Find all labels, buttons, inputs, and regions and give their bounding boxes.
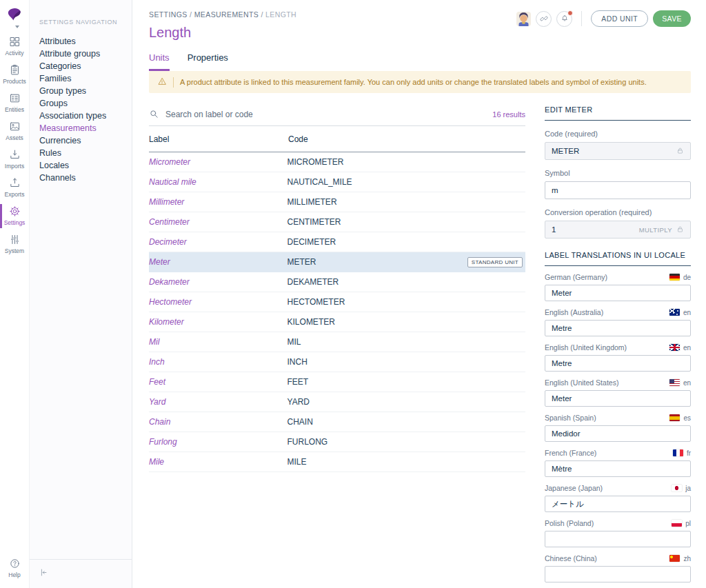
export-tray-icon [9,177,21,189]
locale-label: French (France) [545,449,596,457]
table-row[interactable]: Nautical mileNAUTICAL_MILE [149,172,525,192]
lock-icon [676,147,684,156]
breadcrumb-settings[interactable]: SETTINGS [149,10,188,19]
translation-input-ja[interactable] [545,496,691,512]
table-row[interactable]: MileMILE [149,452,525,472]
nav-item-locales[interactable]: Locales [30,159,132,172]
rail-item-settings[interactable]: Settings [0,202,29,230]
translation-input-zh[interactable] [545,566,691,582]
settings-nav-panel: SETTINGS NAVIGATION Attributes Attribute… [29,0,132,588]
translation-input-en-us[interactable] [545,390,691,407]
table-row[interactable]: MicrometerMICROMETER [149,152,525,172]
nav-item-attribute-groups[interactable]: Attribute groups [30,48,132,60]
breadcrumb-measurements[interactable]: MEASUREMENTS [188,10,259,19]
app-logo[interactable] [6,6,23,28]
table-row[interactable]: CentimeterCENTIMETER [149,212,525,232]
units-table-area: 16 results Label Code MicrometerMICROMET… [149,103,525,588]
avatar[interactable] [516,12,531,26]
collapse-panel-icon[interactable] [39,567,49,580]
translation-input-es[interactable] [545,425,691,442]
rail-item-exports[interactable]: Exports [0,174,29,202]
nav-item-rules[interactable]: Rules [30,147,132,159]
unit-label[interactable]: Mile [149,457,288,467]
unit-label[interactable]: Centimeter [149,217,288,227]
locale-label: Japanese (Japan) [545,484,603,492]
table-row[interactable]: KilometerKILOMETER [149,312,525,332]
translation-input-de[interactable] [545,285,691,301]
tab-properties[interactable]: Properties [188,52,228,71]
nav-item-association-types[interactable]: Association types [30,110,132,122]
rail-item-assets[interactable]: Assets [0,117,29,145]
rail-item-activity[interactable]: Activity [0,32,29,61]
table-row[interactable]: DecimeterDECIMETER [149,232,525,252]
tab-units[interactable]: Units [149,52,170,71]
rail-label: Assets [6,134,23,141]
nav-item-measurements[interactable]: Measurements [30,122,132,134]
unit-label[interactable]: Feet [149,377,288,387]
unit-label[interactable]: Decimeter [149,237,288,247]
unit-label[interactable]: Kilometer [149,317,288,327]
rail-item-system[interactable]: System [0,230,29,258]
table-row[interactable]: DekameterDEKAMETER [149,272,525,292]
translation-input-pl[interactable] [545,531,691,547]
nav-item-currencies[interactable]: Currencies [30,134,132,147]
main-content: SETTINGSMEASUREMENTSLENGTH Length ADD UN… [132,0,706,588]
nav-footer [30,559,132,588]
table-row[interactable]: ChainCHAIN [149,412,525,432]
column-header-code: Code [288,134,308,144]
unit-label[interactable]: Furlong [149,437,288,447]
nav-item-group-types[interactable]: Group types [30,85,132,97]
breadcrumb-length: LENGTH [259,10,296,19]
translation-field-pl: Polish (Poland)pl [545,519,691,547]
unit-label[interactable]: Yard [149,397,288,407]
translation-input-fr[interactable] [545,460,691,477]
unit-label[interactable]: Meter [149,257,288,267]
table-header: Label Code [149,126,525,152]
table-row-selected[interactable]: MeterMETERSTANDARD UNIT [149,252,525,272]
help-question-icon [9,558,21,569]
table-row[interactable]: YardYARD [149,392,525,412]
unit-label[interactable]: Dekameter [149,277,288,287]
symbol-input[interactable] [545,181,691,199]
nav-item-categories[interactable]: Categories [30,60,132,72]
table-row[interactable]: FeetFEET [149,372,525,392]
unit-label[interactable]: Nautical mile [149,177,288,187]
unit-label[interactable]: Mil [149,337,288,347]
locale-label: English (United States) [545,378,618,387]
connection-link-button[interactable] [536,11,552,27]
code-field: METER [545,142,691,160]
table-row[interactable]: HectometerHECTOMETER [149,292,525,312]
unit-label[interactable]: Inch [149,357,288,367]
conversion-field-label: Conversion operation (required) [545,208,691,216]
nav-item-channels[interactable]: Channels [30,172,132,184]
flag-poland-icon [672,520,682,527]
image-icon [9,121,21,132]
unit-label[interactable]: Millimeter [149,197,288,207]
search-input[interactable] [165,110,486,119]
translation-input-en-au[interactable] [545,320,691,336]
conversion-value: 1 [552,225,635,234]
nav-item-attributes[interactable]: Attributes [30,35,132,48]
save-button[interactable]: SAVE [653,10,691,27]
locale-code: es [683,414,691,422]
logo-caret-icon[interactable] [15,26,19,28]
locale-code: pl [685,520,691,527]
unit-label[interactable]: Hectometer [149,297,288,307]
translation-input-en-gb[interactable] [545,355,691,372]
rail-item-entities[interactable]: Entities [0,89,29,117]
notifications-button[interactable] [556,11,572,27]
rail-item-imports[interactable]: Imports [0,145,29,174]
activity-grid-icon [9,36,21,48]
unit-label[interactable]: Chain [149,417,288,427]
search-bar: 16 results [149,103,525,126]
table-row[interactable]: InchINCH [149,352,525,372]
table-row[interactable]: FurlongFURLONG [149,432,525,452]
rail-item-help[interactable]: Help [0,554,29,582]
add-unit-button[interactable]: ADD UNIT [591,10,648,27]
unit-label[interactable]: Micrometer [149,157,288,167]
table-row[interactable]: MillimeterMILLIMETER [149,192,525,212]
table-row[interactable]: MilMIL [149,332,525,352]
nav-item-families[interactable]: Families [30,72,132,85]
rail-item-products[interactable]: Products [0,61,29,89]
nav-item-groups[interactable]: Groups [30,97,132,110]
